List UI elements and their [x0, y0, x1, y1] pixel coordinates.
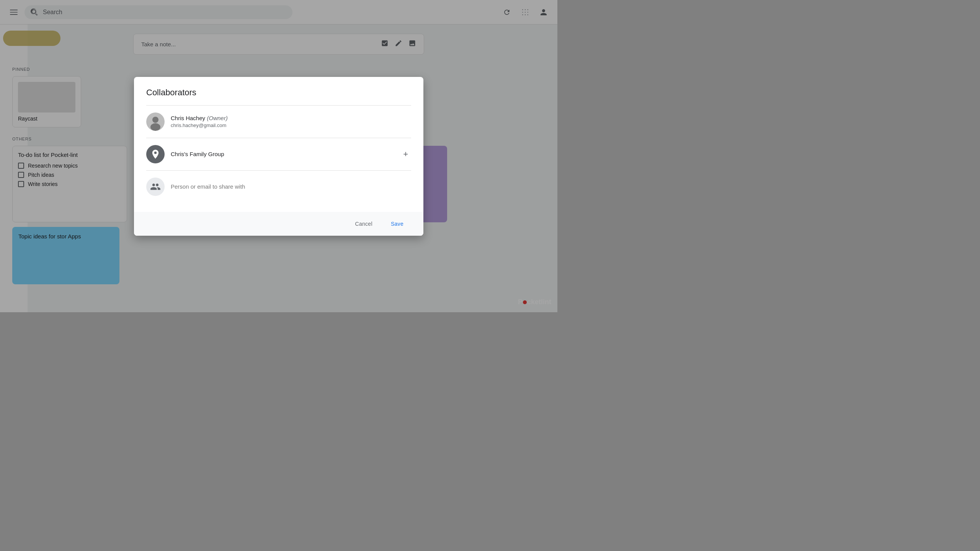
owner-name-row: Chris Hachey (Owner) — [171, 115, 411, 122]
group-avatar — [146, 145, 165, 163]
owner-role-label: (Owner) — [207, 115, 227, 121]
add-person-icon — [150, 181, 161, 192]
collaborators-modal: Collaborators Chris Hachey (Owner) — [134, 77, 423, 236]
modal-body: Collaborators Chris Hachey (Owner) — [134, 77, 423, 212]
add-person-avatar — [146, 178, 165, 196]
svg-point-5 — [152, 117, 158, 123]
owner-row: Chris Hachey (Owner) chris.hachey@gmail.… — [146, 106, 411, 138]
group-info: Chris's Family Group — [171, 151, 394, 158]
group-name: Chris's Family Group — [171, 151, 224, 157]
group-row: Chris's Family Group + — [146, 138, 411, 171]
svg-point-6 — [150, 123, 160, 131]
modal-title: Collaborators — [146, 88, 411, 98]
modal-backdrop[interactable]: Collaborators Chris Hachey (Owner) — [0, 0, 557, 312]
cancel-button[interactable]: Cancel — [347, 217, 380, 230]
group-avatar-icon — [150, 149, 161, 160]
add-group-button[interactable]: + — [400, 146, 411, 162]
modal-footer: Cancel Save — [134, 212, 423, 236]
save-button[interactable]: Save — [383, 217, 411, 230]
owner-email: chris.hachey@gmail.com — [171, 122, 411, 128]
share-email-input[interactable] — [171, 183, 411, 190]
owner-avatar-img — [146, 112, 165, 131]
share-input-row — [146, 171, 411, 203]
owner-info: Chris Hachey (Owner) chris.hachey@gmail.… — [171, 115, 411, 128]
owner-avatar — [146, 112, 165, 131]
owner-name: Chris Hachey — [171, 115, 205, 121]
